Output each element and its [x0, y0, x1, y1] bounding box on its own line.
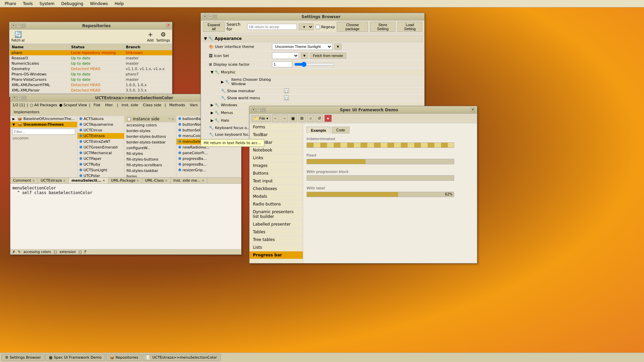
vars-btn[interactable]: Vars [189, 103, 199, 108]
spec-menu-item[interactable]: Checkboxes [250, 185, 303, 193]
menu-help[interactable]: Help [111, 1, 127, 7]
tab-close[interactable]: × [165, 179, 167, 182]
circle-button[interactable]: ○ [307, 115, 314, 122]
settings-repo-button[interactable]: ⚙ Settings [156, 31, 170, 42]
record-button[interactable]: ● [324, 115, 332, 122]
class-side-btn[interactable]: Class side [142, 103, 163, 108]
code-tab-item[interactable]: menuSelecti...× [69, 178, 108, 183]
expand-all-button[interactable]: Expand all [203, 22, 225, 32]
repo-name[interactable]: Geometry [10, 66, 69, 72]
tab-close[interactable]: × [137, 179, 139, 182]
implementors-btn[interactable]: Implementors [12, 110, 41, 115]
protocol-item[interactable]: fill-styles-scrollbars [124, 162, 176, 168]
theme-dropdown-btn[interactable]: ▼ [334, 44, 341, 50]
hier-btn[interactable]: Hier. [104, 103, 115, 108]
minimize-button-spec[interactable]: − [257, 108, 261, 112]
inst-side-btn[interactable]: Inst. side [120, 103, 140, 108]
spec-menu-item[interactable]: Links [250, 154, 303, 162]
menu-tools[interactable]: Tools [19, 1, 36, 7]
spec-menu-item[interactable]: Images [250, 162, 303, 170]
pkg-item-uncommon[interactable]: ▼ 📦 Uncommon-Themes [10, 122, 77, 127]
class-item[interactable]: UCTCircus [77, 127, 124, 133]
close-button-code[interactable]: × [12, 96, 16, 100]
fetch-all-button[interactable]: 🔄 Fetch al [11, 31, 24, 42]
taskbar-settings[interactable]: ⚙ Settings Browser [1, 354, 45, 361]
display-scale-slider[interactable] [294, 62, 334, 67]
grid-button[interactable]: ⊞ [298, 115, 306, 122]
tab-close[interactable]: × [202, 179, 204, 182]
spec-menu-item[interactable]: Radio buttons [250, 200, 303, 208]
back-button[interactable]: ← [272, 115, 279, 122]
all-packages-radio[interactable]: ○ All Packages [30, 103, 57, 107]
class-item[interactable]: UCTRuby [77, 162, 124, 167]
settings-search-mode[interactable]: ▾ [299, 23, 314, 30]
code-tab-item[interactable]: UCTEstraza× [38, 178, 69, 183]
taskbar-repos[interactable]: 📦 Repositories [106, 354, 142, 361]
minimize-button-repos[interactable]: − [16, 24, 20, 28]
example-tab[interactable]: Example [307, 127, 330, 133]
show-world-menu-checkbox[interactable]: □ [284, 96, 289, 100]
repo-name[interactable]: Roassal3 [10, 56, 69, 61]
inspect-button[interactable]: ▣ [289, 115, 297, 122]
tab-close[interactable]: × [63, 179, 66, 182]
class-item[interactable]: UTCPolar [77, 173, 124, 177]
spec-menu-item[interactable]: Tables [250, 228, 303, 236]
show-menubar-checkbox[interactable]: □ [284, 88, 289, 93]
spec-menu-item[interactable]: Modals [250, 193, 303, 200]
repo-name[interactable]: pharo [10, 50, 69, 56]
spec-menu-item[interactable]: Forms [250, 123, 303, 131]
code-tab[interactable]: Code [332, 127, 349, 133]
method-item[interactable]: progressBa... [176, 162, 241, 167]
method-item[interactable]: resizerGrip... [176, 167, 241, 173]
close-button-settings[interactable]: × [203, 15, 207, 19]
code-tab-item[interactable]: UML-Package× [108, 178, 142, 183]
protocol-header[interactable]: 📋 instance side ✎ ⊞ [124, 116, 176, 122]
ui-theme-dropdown[interactable]: Uncommon Theme Sunlight [272, 43, 332, 50]
tab-close[interactable]: × [32, 179, 35, 182]
protocol-item[interactable]: fill-styles-buttons [124, 157, 176, 162]
morphic-header[interactable]: ▼ 🔧 Morphic [209, 69, 423, 76]
spec-menu-item[interactable]: ToolBar [250, 131, 303, 139]
scoped-view-radio[interactable]: ● Scoped View [59, 103, 87, 107]
code-tab-item[interactable]: UML-Class× [142, 178, 171, 183]
close-button-spec[interactable]: × [252, 108, 256, 112]
minimize-button-settings[interactable]: − [208, 15, 212, 19]
col-status[interactable]: Status [69, 44, 124, 50]
menu-pharo[interactable]: Pharo [1, 1, 19, 7]
regexp-label[interactable]: Regexp [316, 25, 335, 29]
icon-set-dropdown-btn[interactable]: ▼ [301, 53, 308, 59]
package-filter[interactable] [12, 129, 75, 135]
protocol-item[interactable]: border-styles-taskbar [124, 139, 176, 145]
class-item[interactable]: UCTSunLight [77, 167, 124, 173]
code-editor[interactable]: menuSelectionColor ^ self class baseSele… [10, 184, 241, 249]
icon-set-dropdown[interactable] [272, 52, 299, 59]
repo-name[interactable]: XML-XMLParserHTML [10, 82, 69, 88]
class-item[interactable]: UCTAquamarine [77, 122, 124, 127]
protocol-item[interactable]: configureW... [124, 145, 176, 151]
class-item[interactable]: UCTPaper [77, 156, 124, 162]
taskbar-spec[interactable]: ▦ Spec UI Framework Demo [45, 354, 105, 361]
menu-debugging[interactable]: Debugging [58, 1, 87, 7]
close-button-repos[interactable]: × [11, 24, 15, 28]
spec-menu-item[interactable]: Progress bar [250, 251, 303, 259]
flat-btn[interactable]: Flat [92, 103, 102, 108]
method-item[interactable]: progressBa... [176, 156, 241, 162]
method-item[interactable]: paneColorFi... [176, 150, 241, 156]
pin-button-repos[interactable]: 📌 [166, 24, 170, 28]
col-name[interactable]: Name [10, 44, 69, 50]
col-branch[interactable]: Branch [124, 44, 172, 50]
maximize-button-code[interactable]: □ [22, 96, 26, 100]
protocol-item[interactable]: border-styles [124, 128, 176, 134]
fetch-from-remote-button[interactable]: Fetch from remote [310, 53, 346, 59]
spec-menu-item[interactable]: Text input [250, 177, 303, 185]
class-item[interactable]: ACTSakura [77, 116, 124, 122]
protocol-item[interactable]: accessing colors [124, 122, 176, 128]
protocol-item[interactable]: fill-styles-taskbar [124, 168, 176, 174]
choose-package-button[interactable]: Choose package [337, 22, 368, 32]
spec-menu-item[interactable]: Dynamic presenters list builder [250, 208, 303, 221]
code-tab-item[interactable]: Comment× [10, 178, 38, 183]
class-item[interactable]: UCTMechanical [77, 150, 124, 156]
maximize-button-repos[interactable]: □ [21, 24, 25, 28]
menu-system[interactable]: System [36, 1, 58, 7]
repo-name[interactable]: XML-XMLParser [10, 88, 69, 93]
